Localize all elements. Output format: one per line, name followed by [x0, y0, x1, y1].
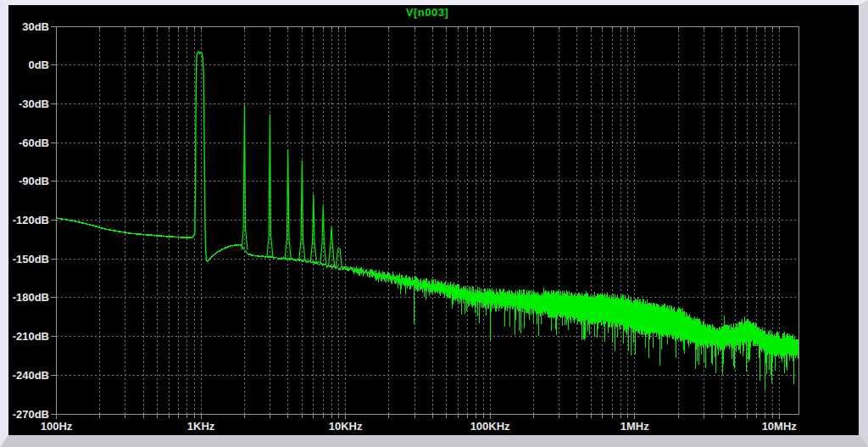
svg-text:-60dB: -60dB [19, 137, 49, 149]
svg-text:1MHz: 1MHz [620, 420, 649, 433]
svg-text:10MHz: 10MHz [762, 420, 798, 433]
svg-text:100Hz: 100Hz [41, 420, 73, 433]
fft-plot-canvas[interactable]: 30dB0dB-30dB-60dB-90dB-120dB-150dB-180dB… [8, 5, 859, 435]
svg-text:100KHz: 100KHz [470, 420, 510, 433]
waveform-viewer-window: V[n003] 30dB0dB-30dB-60dB-90dB-120dB-150… [0, 0, 868, 447]
svg-text:-120dB: -120dB [13, 214, 49, 226]
svg-text:-30dB: -30dB [19, 98, 49, 110]
svg-text:-150dB: -150dB [13, 253, 49, 265]
svg-text:0dB: 0dB [28, 59, 49, 71]
svg-text:-210dB: -210dB [13, 330, 49, 343]
svg-text:-240dB: -240dB [13, 369, 49, 382]
svg-text:-90dB: -90dB [19, 175, 49, 187]
svg-text:30dB: 30dB [22, 20, 49, 33]
svg-text:-270dB: -270dB [13, 408, 49, 421]
svg-text:-180dB: -180dB [13, 291, 49, 304]
svg-text:1KHz: 1KHz [187, 420, 215, 433]
svg-text:10KHz: 10KHz [329, 420, 363, 433]
